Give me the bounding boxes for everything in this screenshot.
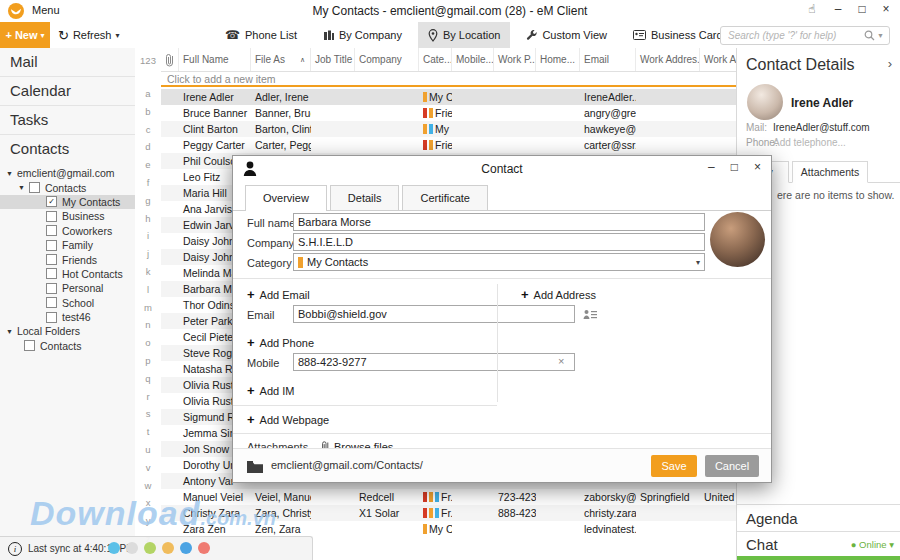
column-header-mobile[interactable]: Mobile... (452, 48, 494, 71)
custom-view-button[interactable]: Custom View (516, 22, 617, 48)
column-header-full-name[interactable]: Full Name (179, 48, 251, 71)
index-h[interactable]: h (135, 213, 161, 224)
email-field[interactable] (293, 305, 575, 323)
tree-item-school[interactable]: School (0, 296, 135, 310)
index-t[interactable]: t (135, 426, 161, 437)
contact-picker-icon[interactable] (583, 307, 597, 325)
close-button[interactable]: × (876, 2, 896, 16)
dialog-close-button[interactable]: × (754, 160, 761, 174)
table-row[interactable]: Irene AdlerAdler, IreneMy C...IreneAdler… (161, 89, 737, 105)
contact-photo[interactable] (710, 212, 765, 267)
tree-item-local-folders[interactable]: ▼Local Folders (0, 324, 135, 338)
index-m[interactable]: m (135, 302, 161, 313)
checkbox-unchecked[interactable] (46, 225, 57, 236)
touch-mode-icon[interactable]: ☝ (802, 2, 822, 16)
checkbox-unchecked[interactable] (29, 182, 40, 193)
tab-attachments[interactable]: Attachments (792, 161, 868, 183)
index-123[interactable]: 123 (135, 55, 161, 66)
column-header-home[interactable]: Home... (536, 48, 580, 71)
full-name-field[interactable] (293, 213, 705, 231)
expander-icon[interactable]: ▼ (6, 170, 13, 177)
index-c[interactable]: c (135, 124, 161, 135)
index-p[interactable]: p (135, 355, 161, 366)
mobile-field[interactable] (293, 353, 575, 371)
by-company-button[interactable]: By Company (313, 22, 412, 48)
attachment-column-header[interactable] (161, 48, 179, 71)
checkbox-checked[interactable]: ✓ (46, 196, 57, 207)
index-j[interactable]: j (135, 248, 161, 259)
index-d[interactable]: d (135, 141, 161, 152)
add-email-button[interactable]: +Add Email (247, 287, 310, 302)
table-row[interactable]: Bruce BannerBanner, BruceFrie...angry@gr… (161, 105, 737, 121)
checkbox-unchecked[interactable] (46, 268, 57, 279)
index-f[interactable]: f (135, 177, 161, 188)
index-w[interactable]: w (135, 480, 161, 491)
checkbox-unchecked[interactable] (46, 283, 57, 294)
tree-item-business[interactable]: Business (0, 209, 135, 223)
sidebar-item-tasks[interactable]: Tasks (0, 106, 135, 135)
search-input[interactable] (721, 30, 864, 41)
tab-certificate[interactable]: Certificate (402, 185, 488, 210)
tree-item-personal[interactable]: Personal (0, 281, 135, 295)
save-button[interactable]: Save (651, 455, 697, 477)
column-header-work-phone[interactable]: Work P... (494, 48, 536, 71)
info-icon[interactable]: i (8, 542, 22, 556)
chat-section-header[interactable]: Chat ● Online ▾ (737, 531, 900, 558)
index-o[interactable]: o (135, 337, 161, 348)
cancel-button[interactable]: Cancel (705, 455, 759, 477)
expander-icon[interactable]: ▼ (6, 328, 13, 335)
tree-item-my-contacts[interactable]: ✓My Contacts (0, 195, 135, 209)
index-q[interactable]: q (135, 373, 161, 384)
sidebar-item-mail[interactable]: Mail (0, 48, 135, 77)
tab-overview[interactable]: Overview (245, 185, 327, 211)
column-header-work-address-2[interactable]: Work Ad (700, 48, 737, 71)
tab-details[interactable]: Details (330, 185, 400, 210)
by-location-button[interactable]: By Location (418, 22, 510, 48)
maximize-button[interactable]: □ (852, 2, 872, 16)
index-s[interactable]: s (135, 408, 161, 419)
menu-button[interactable]: Menu (32, 4, 60, 16)
chevron-down-icon[interactable]: ▼ (877, 32, 884, 39)
index-l[interactable]: l (135, 284, 161, 295)
agenda-section-header[interactable]: Agenda (737, 504, 900, 532)
clear-field-icon[interactable]: × (558, 355, 564, 367)
tree-item-friends[interactable]: Friends (0, 252, 135, 266)
index-u[interactable]: u (135, 444, 161, 455)
tree-item-emclient-gmail-com[interactable]: ▼emclient@gmail.com (0, 166, 135, 180)
table-row[interactable]: Peggy CarterCarter, PeggyFrie...carter@s… (161, 137, 737, 153)
table-row[interactable]: Manuel VeielVeiel, ManuelRedcellFr...723… (161, 489, 737, 505)
checkbox-unchecked[interactable] (46, 254, 57, 265)
column-header-category[interactable]: Cate... (419, 48, 452, 71)
mail-value[interactable]: IreneAdler@stuff.com (773, 122, 870, 133)
minimize-button[interactable]: – (828, 2, 848, 16)
company-field[interactable] (293, 233, 705, 251)
checkbox-unchecked[interactable] (46, 211, 57, 222)
index-x[interactable]: x (135, 497, 161, 508)
collapse-panel-icon[interactable]: › (888, 56, 892, 71)
sidebar-item-calendar[interactable]: Calendar (0, 77, 135, 106)
column-header-email[interactable]: Email (580, 48, 636, 71)
column-header-company[interactable]: Company (355, 48, 419, 71)
index-i[interactable]: i (135, 230, 161, 241)
tree-item-test46[interactable]: test46 (0, 310, 135, 324)
tree-item-contacts[interactable]: ▼Contacts (0, 180, 135, 194)
chat-status-toggle[interactable]: ● Online ▾ (851, 532, 894, 558)
tree-item-hot-contacts[interactable]: Hot Contacts (0, 267, 135, 281)
phone-list-button[interactable]: ☎Phone List (215, 22, 307, 48)
refresh-button[interactable]: ↻ Refresh ▾ (58, 22, 119, 48)
index-k[interactable]: k (135, 266, 161, 277)
table-row[interactable]: Clint BartonBarton, ClintMy ...hawkeye@a… (161, 121, 737, 137)
tree-item-contacts[interactable]: Contacts (0, 339, 135, 353)
index-b[interactable]: b (135, 106, 161, 117)
dialog-minimize-button[interactable]: – (708, 160, 715, 174)
dialog-maximize-button[interactable]: □ (731, 160, 738, 174)
index-y[interactable]: y (135, 515, 161, 526)
index-g[interactable]: g (135, 195, 161, 206)
category-select[interactable]: My Contacts ▾ (293, 253, 705, 271)
add-webpage-button[interactable]: +Add Webpage (247, 412, 329, 427)
checkbox-unchecked[interactable] (24, 340, 35, 351)
expander-icon[interactable]: ▼ (18, 184, 25, 191)
index-e[interactable]: e (135, 159, 161, 170)
search-icon[interactable] (864, 27, 875, 45)
add-phone-button[interactable]: +Add Phone (247, 335, 314, 350)
